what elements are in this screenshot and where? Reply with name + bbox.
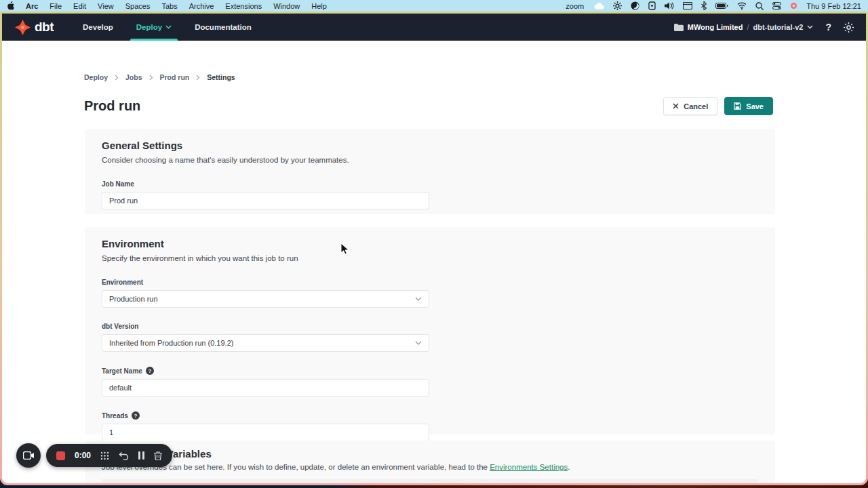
environment-variables-card: Environment Variables Job level override… — [85, 441, 775, 483]
breadcrumb-prod-run[interactable]: Prod run — [160, 73, 190, 81]
target-name-input[interactable] — [102, 379, 429, 396]
nav-deploy[interactable]: Deploy — [125, 14, 183, 41]
menu-window[interactable]: Window — [273, 2, 300, 10]
account-project-switcher[interactable]: MWong Limited / dbt-tutorial-v2 — [674, 23, 814, 31]
wifi-icon[interactable] — [737, 2, 747, 9]
save-button[interactable]: Save — [724, 97, 773, 115]
settings-gear-button[interactable] — [844, 22, 854, 33]
screen: Arc File Edit View Spaces Tabs Archive E… — [0, 0, 868, 488]
environment-select-label: Environment — [102, 279, 758, 286]
menubar-clock[interactable]: Thu 9 Feb 12:21 — [806, 2, 861, 10]
environment-heading: Environment — [102, 238, 758, 249]
nav-documentation[interactable]: Documentation — [183, 14, 263, 41]
apple-menu-icon[interactable] — [7, 1, 14, 10]
env-vars-subtitle-period: . — [568, 463, 570, 471]
pause-recording-button[interactable] — [138, 451, 144, 460]
recorder-controls: 0:00 — [46, 444, 172, 467]
menu-edit[interactable]: Edit — [73, 2, 86, 10]
menu-file[interactable]: File — [50, 2, 62, 10]
breadcrumb-settings: Settings — [207, 73, 235, 81]
nav-develop-label: Develop — [83, 23, 113, 31]
recording-timer: 0:00 — [75, 451, 91, 460]
nav-develop[interactable]: Develop — [71, 14, 125, 41]
environment-select-value: Production run — [109, 295, 158, 303]
environment-card: Environment Specify the environment in w… — [85, 227, 775, 434]
target-name-help-icon[interactable]: ? — [146, 367, 154, 375]
folder-icon — [674, 24, 684, 31]
screen-recorder-toolbar: 0:00 — [16, 443, 172, 468]
chevron-down-icon — [165, 25, 172, 29]
job-name-label: Job Name — [102, 180, 758, 188]
menu-tabs[interactable]: Tabs — [161, 2, 177, 10]
environment-select[interactable]: Production run — [102, 290, 429, 308]
chevron-down-icon — [415, 297, 422, 301]
grid-options-button[interactable] — [100, 451, 109, 460]
save-icon — [734, 102, 741, 110]
breadcrumb-jobs[interactable]: Jobs — [125, 73, 142, 81]
chevron-down-icon — [415, 341, 422, 345]
dbt-version-label: dbt Version — [102, 323, 758, 330]
dbt-logo-icon — [14, 19, 31, 36]
zoom-app-label[interactable]: zoom — [566, 2, 584, 10]
dbt-app-header: dbt Develop Deploy Documentation — [2, 14, 866, 41]
environment-variables-heading: Environment Variables — [102, 448, 758, 460]
restart-recording-button[interactable] — [119, 451, 129, 460]
environment-variables-table: Inherited Value Job Override — [102, 479, 758, 483]
chevron-down-icon — [807, 25, 813, 29]
browser-window: dbt Develop Deploy Documentation — [0, 12, 868, 485]
main-nav: Develop Deploy Documentation — [71, 14, 263, 41]
app-box-icon[interactable] — [648, 1, 656, 10]
help-button[interactable]: ? — [825, 22, 831, 33]
page-title: Prod run — [84, 98, 140, 114]
camera-button[interactable] — [16, 443, 41, 468]
dbt-version-select[interactable]: Inherited from Production run (0.19.2) — [102, 334, 429, 352]
nav-deploy-label: Deploy — [136, 23, 162, 31]
bluetooth-icon[interactable] — [701, 1, 707, 10]
threads-label: Threads ? — [102, 411, 758, 420]
target-name-label: Target Name ? — [102, 367, 758, 375]
environments-settings-link[interactable]: Environments Settings — [490, 463, 568, 471]
breadcrumb-chevron-icon — [196, 75, 200, 81]
breadcrumb-deploy[interactable]: Deploy — [84, 73, 108, 81]
nav-documentation-label: Documentation — [195, 23, 252, 31]
menubar-app-name[interactable]: Arc — [26, 2, 38, 10]
volume-icon[interactable] — [665, 2, 674, 9]
stop-recording-button[interactable] — [56, 451, 65, 460]
cloud-icon[interactable] — [594, 3, 604, 9]
battery-icon[interactable] — [715, 3, 728, 9]
recording-status-icon[interactable] — [790, 2, 797, 9]
breadcrumb: Deploy Jobs Prod run Settings — [84, 73, 235, 81]
settings-page: Deploy Jobs Prod run Settings Prod run C… — [2, 41, 866, 483]
dbt-logo-text: dbt — [35, 20, 54, 35]
menu-help[interactable]: Help — [311, 2, 327, 10]
spotlight-search-icon[interactable] — [755, 2, 764, 10]
control-center-icon[interactable] — [772, 2, 781, 9]
menu-spaces[interactable]: Spaces — [125, 2, 151, 10]
cancel-button-label: Cancel — [684, 102, 708, 110]
breadcrumb-chevron-icon — [115, 75, 119, 81]
threads-help-icon[interactable]: ? — [132, 411, 140, 420]
delete-recording-button[interactable] — [154, 451, 162, 460]
dbt-logo[interactable]: dbt — [14, 19, 54, 36]
moon-status-icon[interactable] — [631, 1, 639, 10]
menu-view[interactable]: View — [98, 2, 114, 10]
threads-input[interactable] — [102, 424, 429, 441]
video-camera-icon — [23, 451, 35, 460]
environment-subtitle: Specify the environment in which you wan… — [102, 254, 758, 262]
general-settings-subtitle: Consider choosing a name that's easily u… — [102, 156, 758, 164]
menu-extensions[interactable]: Extensions — [225, 2, 262, 10]
account-name: MWong Limited — [688, 23, 743, 31]
threads-label-text: Threads — [102, 412, 128, 420]
dbt-version-select-value: Inherited from Production run (0.19.2) — [109, 339, 233, 347]
save-button-label: Save — [746, 102, 764, 110]
general-settings-heading: General Settings — [102, 140, 758, 151]
cancel-button[interactable]: Cancel — [663, 97, 717, 115]
breadcrumb-chevron-icon — [149, 75, 153, 81]
account-separator: / — [747, 23, 749, 31]
environment-variables-subtitle: Job level overrides can be set here. If … — [102, 463, 758, 471]
menu-archive[interactable]: Archive — [189, 2, 214, 10]
display-window-icon[interactable] — [683, 2, 692, 9]
job-name-input[interactable] — [102, 192, 429, 209]
target-name-label-text: Target Name — [102, 367, 142, 375]
gear-menu-icon[interactable] — [613, 1, 622, 10]
